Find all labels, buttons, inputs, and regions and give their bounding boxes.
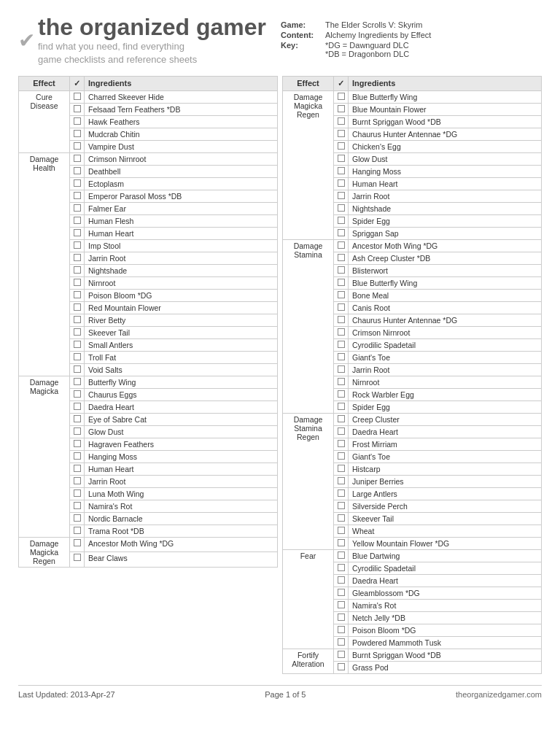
checkbox[interactable] <box>74 179 81 187</box>
checkbox-cell[interactable] <box>334 549 349 562</box>
checkbox[interactable] <box>338 378 345 385</box>
checkbox[interactable] <box>338 241 345 249</box>
website-link[interactable]: theorganizedgamer.com <box>456 690 542 699</box>
checkbox[interactable] <box>338 279 345 286</box>
checkbox-cell[interactable] <box>334 636 349 649</box>
checkbox-cell[interactable] <box>70 202 85 214</box>
checkbox-cell[interactable] <box>334 500 349 512</box>
checkbox-cell[interactable] <box>70 438 85 450</box>
checkbox[interactable] <box>74 266 81 274</box>
checkbox[interactable] <box>338 341 345 348</box>
checkbox-cell[interactable] <box>70 400 85 413</box>
checkbox-cell[interactable] <box>334 525 349 537</box>
checkbox[interactable] <box>338 452 345 460</box>
checkbox[interactable] <box>338 353 345 360</box>
checkbox[interactable] <box>338 105 345 112</box>
checkbox[interactable] <box>338 403 345 410</box>
checkbox[interactable] <box>74 117 81 125</box>
checkbox[interactable] <box>74 415 81 422</box>
checkbox[interactable] <box>74 254 81 261</box>
checkbox-cell[interactable] <box>334 475 349 487</box>
checkbox[interactable] <box>338 155 345 162</box>
checkbox-cell[interactable] <box>334 177 349 190</box>
checkbox[interactable] <box>74 554 81 561</box>
checkbox-cell[interactable] <box>70 289 85 301</box>
checkbox-cell[interactable] <box>334 338 349 351</box>
checkbox-cell[interactable] <box>334 314 349 326</box>
checkbox-cell[interactable] <box>334 252 349 264</box>
checkbox-cell[interactable] <box>334 351 349 363</box>
checkbox-cell[interactable] <box>70 462 85 475</box>
checkbox-cell[interactable] <box>70 376 85 388</box>
checkbox-cell[interactable] <box>334 239 349 252</box>
checkbox-cell[interactable] <box>334 599 349 611</box>
checkbox-cell[interactable] <box>334 289 349 301</box>
checkbox[interactable] <box>338 229 345 236</box>
checkbox-cell[interactable] <box>334 128 349 140</box>
checkbox[interactable] <box>74 465 81 472</box>
checkbox[interactable] <box>74 440 81 447</box>
checkbox[interactable] <box>338 316 345 323</box>
checkbox-cell[interactable] <box>70 301 85 314</box>
checkbox[interactable] <box>338 551 345 559</box>
checkbox[interactable] <box>74 452 81 460</box>
checkbox[interactable] <box>338 564 345 571</box>
checkbox[interactable] <box>338 93 345 100</box>
checkbox-cell[interactable] <box>334 276 349 289</box>
checkbox[interactable] <box>74 427 81 435</box>
checkbox[interactable] <box>74 155 81 162</box>
checkbox-cell[interactable] <box>334 264 349 276</box>
checkbox[interactable] <box>338 167 345 174</box>
checkbox[interactable] <box>74 192 81 199</box>
checkbox[interactable] <box>74 229 81 236</box>
checkbox-cell[interactable] <box>334 512 349 525</box>
checkbox[interactable] <box>338 663 345 670</box>
checkbox[interactable] <box>338 465 345 472</box>
checkbox[interactable] <box>74 167 81 174</box>
checkbox-cell[interactable] <box>334 413 349 425</box>
checkbox[interactable] <box>338 626 345 633</box>
checkbox[interactable] <box>74 217 81 224</box>
checkbox[interactable] <box>338 415 345 422</box>
checkbox-cell[interactable] <box>334 388 349 400</box>
checkbox[interactable] <box>74 328 81 336</box>
checkbox-cell[interactable] <box>70 487 85 500</box>
checkbox-cell[interactable] <box>70 363 85 376</box>
checkbox-cell[interactable] <box>70 177 85 190</box>
checkbox[interactable] <box>338 328 345 336</box>
checkbox[interactable] <box>338 130 345 137</box>
checkbox[interactable] <box>74 93 81 100</box>
checkbox-cell[interactable] <box>70 214 85 227</box>
checkbox[interactable] <box>338 204 345 212</box>
checkbox-cell[interactable] <box>334 202 349 214</box>
checkbox[interactable] <box>74 291 81 298</box>
checkbox-cell[interactable] <box>70 326 85 338</box>
checkbox-cell[interactable] <box>334 214 349 227</box>
checkbox-cell[interactable] <box>334 562 349 574</box>
checkbox-cell[interactable] <box>334 624 349 636</box>
checkbox-cell[interactable] <box>70 425 85 438</box>
checkbox-cell[interactable] <box>70 351 85 363</box>
checkbox-cell[interactable] <box>70 450 85 462</box>
checkbox[interactable] <box>338 117 345 125</box>
checkbox-cell[interactable] <box>70 276 85 289</box>
checkbox[interactable] <box>74 365 81 373</box>
checkbox[interactable] <box>338 589 345 596</box>
checkbox-cell[interactable] <box>334 537 349 549</box>
checkbox-cell[interactable] <box>70 388 85 400</box>
checkbox-cell[interactable] <box>70 103 85 115</box>
checkbox[interactable] <box>338 651 345 658</box>
checkbox-cell[interactable] <box>70 537 85 552</box>
checkbox-cell[interactable] <box>334 140 349 152</box>
checkbox[interactable] <box>338 527 345 534</box>
checkbox-cell[interactable] <box>70 512 85 525</box>
checkbox-cell[interactable] <box>334 90 349 103</box>
checkbox-cell[interactable] <box>334 152 349 165</box>
checkbox-cell[interactable] <box>70 314 85 326</box>
checkbox[interactable] <box>338 614 345 621</box>
checkbox-cell[interactable] <box>334 103 349 115</box>
checkbox[interactable] <box>74 502 81 509</box>
checkbox-cell[interactable] <box>334 227 349 239</box>
checkbox[interactable] <box>74 514 81 522</box>
checkbox[interactable] <box>338 477 345 484</box>
